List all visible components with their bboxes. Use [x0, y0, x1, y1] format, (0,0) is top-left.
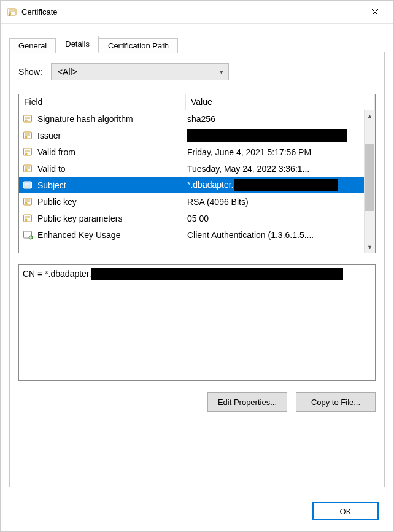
table-row[interactable]: Signature hash algorithmsha256: [19, 110, 364, 127]
value-cell: RSA (4096 Bits): [186, 197, 364, 207]
vertical-scrollbar[interactable]: ▲ ▼: [364, 110, 375, 253]
value-cell: *.dbadapter.: [186, 179, 364, 191]
svg-rect-18: [24, 165, 32, 172]
table-row[interactable]: Valid fromFriday, June 4, 2021 5:17:56 P…: [19, 144, 364, 160]
detail-text: CN = *.dbadapter.: [23, 269, 91, 279]
table-row[interactable]: Enhanced Key UsageClient Authentication …: [19, 226, 364, 243]
dialog-footer: OK: [1, 495, 393, 531]
field-label: Signature hash algorithm: [37, 114, 133, 124]
field-cell: Enhanced Key Usage: [19, 230, 186, 240]
field-cell: Subject: [19, 180, 186, 190]
field-label: Public key parameters: [37, 214, 123, 223]
svg-point-13: [25, 136, 28, 138]
field-label: Valid from: [37, 147, 75, 157]
svg-point-21: [25, 169, 28, 171]
column-value[interactable]: Value: [186, 94, 375, 110]
scroll-thumb[interactable]: [365, 144, 374, 211]
fields-listview[interactable]: Field Value Signature hash algorithmsha2…: [18, 94, 376, 253]
value-cell: sha256: [186, 114, 364, 124]
svg-point-1: [9, 12, 11, 15]
svg-point-9: [25, 119, 28, 121]
tabstrip: General Details Certification Path: [9, 35, 385, 52]
edit-properties-button[interactable]: Edit Properties...: [207, 392, 287, 412]
field-label: Enhanced Key Usage: [37, 230, 120, 240]
field-label: Issuer: [37, 131, 61, 141]
ext-field-icon: [23, 230, 34, 240]
field-cell: Signature hash algorithm: [19, 114, 186, 124]
listview-header: Field Value: [19, 94, 375, 110]
field-label: Public key: [37, 197, 77, 207]
value-cell: Friday, June 4, 2021 5:17:56 PM: [186, 147, 364, 157]
cert-field-icon: [23, 197, 34, 207]
value-text: *.dbadapter.: [187, 179, 234, 189]
action-buttons: Edit Properties... Copy to File...: [18, 392, 376, 412]
svg-point-33: [25, 218, 28, 221]
show-dropdown[interactable]: <All> ▾: [51, 63, 229, 80]
redacted-block: [91, 268, 343, 280]
field-cell: Valid from: [19, 147, 186, 157]
svg-rect-22: [24, 182, 32, 188]
value-cell: Client Authentication (1.3.6.1.5....: [186, 230, 364, 240]
value-cell: 05 00: [186, 214, 364, 223]
svg-rect-10: [24, 132, 32, 139]
table-row[interactable]: Public key parameters05 00: [19, 210, 364, 226]
svg-rect-30: [24, 215, 32, 222]
titlebar: Certificate: [1, 1, 393, 24]
copy-to-file-button[interactable]: Copy to File...: [296, 392, 376, 412]
table-row[interactable]: Subject*.dbadapter.: [19, 177, 364, 193]
certificate-icon: [7, 7, 17, 17]
listview-body: Signature hash algorithmsha256 Issuer Va…: [19, 110, 364, 253]
value-cell: [186, 129, 364, 142]
close-icon: [371, 9, 379, 16]
svg-rect-26: [24, 198, 32, 205]
window-title: Certificate: [21, 7, 58, 17]
redacted-block: [234, 179, 338, 191]
scroll-up-icon[interactable]: ▲: [365, 110, 375, 121]
cert-field-icon: [23, 180, 34, 190]
show-filter-row: Show: <All> ▾: [18, 63, 376, 80]
certificate-dialog: Certificate General Details Certificatio…: [0, 0, 394, 532]
field-label: Valid to: [37, 164, 66, 174]
show-value: <All>: [58, 67, 77, 77]
svg-point-25: [25, 185, 28, 188]
chevron-down-icon: ▾: [220, 68, 223, 76]
tab-details[interactable]: Details: [56, 36, 99, 53]
value-cell: Tuesday, May 24, 2022 3:36:1...: [186, 164, 364, 174]
ok-button[interactable]: OK: [312, 502, 379, 520]
field-cell: Issuer: [19, 131, 186, 141]
close-button[interactable]: [361, 3, 388, 21]
field-cell: Valid to: [19, 164, 186, 174]
cert-field-icon: [23, 114, 34, 124]
details-panel: Show: <All> ▾ Field Value Signature hash…: [9, 52, 385, 487]
cert-field-icon: [23, 164, 34, 174]
cert-field-icon: [23, 147, 34, 157]
svg-rect-14: [24, 148, 32, 155]
show-label: Show:: [18, 67, 42, 77]
table-row[interactable]: Public keyRSA (4096 Bits): [19, 193, 364, 210]
redacted-block: [187, 129, 347, 142]
field-cell: Public key: [19, 197, 186, 207]
cert-field-icon: [23, 131, 34, 141]
svg-point-29: [25, 202, 28, 204]
scroll-down-icon[interactable]: ▼: [365, 242, 375, 253]
field-label: Subject: [37, 180, 66, 190]
svg-rect-6: [24, 115, 32, 122]
dialog-body: General Details Certification Path Show:…: [1, 24, 393, 495]
cert-field-icon: [23, 214, 34, 223]
column-field[interactable]: Field: [19, 94, 186, 110]
table-row[interactable]: Valid toTuesday, May 24, 2022 3:36:1...: [19, 160, 364, 177]
detail-textbox[interactable]: CN = *.dbadapter.: [18, 264, 376, 381]
field-cell: Public key parameters: [19, 214, 186, 223]
svg-point-17: [25, 152, 28, 155]
scroll-track[interactable]: [365, 121, 375, 242]
table-row[interactable]: Issuer: [19, 127, 364, 144]
